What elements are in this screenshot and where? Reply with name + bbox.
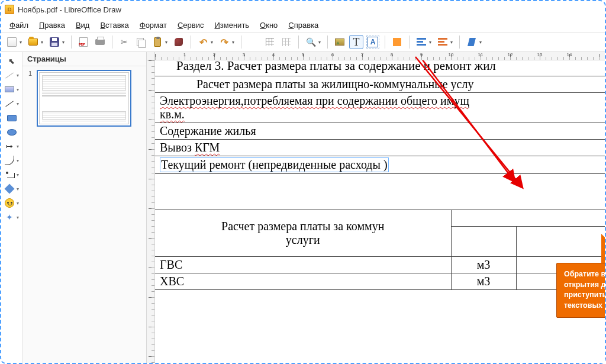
pointer-icon: ⬉ (8, 57, 15, 66)
menu-file[interactable]: Файл (5, 20, 33, 31)
helplines-button[interactable] (279, 35, 294, 49)
table-subtitle[interactable]: Расчет размера платы за жилищно-коммунал… (155, 76, 605, 93)
smiley-icon (5, 198, 14, 208)
print-button[interactable] (93, 35, 107, 49)
scissors-icon: ✂ (121, 38, 128, 46)
menu-tools[interactable]: Сервис (173, 20, 209, 31)
shadow-icon (393, 38, 401, 46)
fill-color-tool[interactable] (2, 83, 17, 96)
grid-dots-button[interactable] (246, 35, 260, 49)
page-thumbnail[interactable] (37, 70, 131, 127)
table-row[interactable]: Вывоз КГМ (155, 140, 605, 156)
zoom-button[interactable]: 🔍 (304, 35, 318, 49)
menu-format[interactable]: Формат (135, 20, 172, 31)
arrange-icon (438, 38, 447, 46)
shadow-button[interactable] (390, 35, 404, 49)
open-button[interactable] (26, 35, 40, 49)
table-row[interactable]: ХВС (155, 273, 451, 290)
titlebar: D Ноябрь.pdf - LibreOffice Draw (1, 1, 605, 18)
table-cell[interactable]: м3 (451, 257, 516, 273)
table-row-selected[interactable]: Текущий ремонт (непредвиденные расходы ) (155, 156, 605, 174)
pdf-icon (79, 37, 88, 47)
grid-dots-icon (249, 38, 257, 46)
cut-button[interactable]: ✂ (117, 35, 131, 49)
helplines-icon (282, 38, 291, 46)
callout-text: Обратите внимание, что сразу после откры… (556, 263, 605, 318)
fontwork-icon: A (368, 37, 378, 47)
basic-shapes-tool[interactable] (2, 182, 17, 195)
table-header[interactable]: индипотре (516, 227, 605, 257)
standard-toolbar: ▾ ▾ ▾ ✂ ▾ ↶▾ ↶▾ 🔍▾ T A ▾ ▾ ▾ (1, 32, 605, 52)
table-header[interactable] (451, 227, 516, 257)
table-header[interactable]: О (451, 210, 605, 227)
annotation-callout: Обратите внимание, что сразу после откры… (556, 253, 605, 318)
rectangle-tool[interactable] (5, 111, 19, 124)
stars-tool[interactable]: ✦ (2, 211, 17, 224)
horizontal-ruler[interactable]: 123 456 789 101112 1314 (155, 52, 605, 60)
symbol-shapes-tool[interactable] (2, 197, 17, 210)
save-button[interactable] (47, 35, 62, 49)
menu-modify[interactable]: Изменить (209, 20, 254, 31)
save-icon (50, 37, 59, 47)
copy-icon (137, 38, 145, 46)
text-icon: T (353, 36, 360, 49)
connector-tool[interactable] (2, 168, 17, 181)
clone-format-button[interactable] (172, 35, 186, 49)
grid-lines-icon (266, 38, 274, 46)
table-row[interactable]: Содержание жилья (155, 123, 605, 140)
line-thin-icon (5, 70, 14, 80)
menu-view[interactable]: Вид (71, 20, 95, 31)
folder-open-icon (28, 38, 38, 46)
dd[interactable]: ▾ (17, 73, 21, 78)
ellipse-tool[interactable] (5, 125, 19, 138)
line-color-tool[interactable] (2, 69, 17, 82)
export-pdf-button[interactable] (76, 35, 91, 49)
arrange-button[interactable] (436, 35, 450, 49)
page-thumb-number: 1 (28, 70, 32, 77)
line-icon (5, 99, 14, 108)
table-row[interactable]: ГВС (155, 257, 451, 273)
rectangle-icon (7, 115, 17, 121)
arrow-line-tool[interactable]: ↦ (2, 140, 17, 153)
curve-icon (5, 156, 14, 165)
paste-button[interactable] (150, 35, 165, 49)
fontwork-button[interactable]: A (366, 35, 380, 49)
new-icon (7, 37, 17, 47)
canvas-area: 123 456 789 101112 1314 Раздел 3. Расчет… (147, 52, 605, 363)
pages-panel: Страницы 1 (22, 52, 147, 363)
insert-text-button[interactable]: T (349, 35, 363, 49)
line-tool[interactable] (2, 97, 17, 110)
printer-icon (95, 39, 105, 45)
diamond-icon (4, 184, 14, 194)
snap-grid-button[interactable] (263, 35, 277, 49)
pages-panel-title: Страницы (22, 52, 146, 66)
cube-icon (468, 38, 476, 46)
insert-image-button[interactable] (333, 35, 347, 49)
curve-tool[interactable] (2, 154, 17, 167)
ellipse-icon (7, 129, 17, 136)
fill-icon (5, 86, 14, 92)
select-tool[interactable]: ⬉ (5, 54, 19, 67)
redo-icon: ↶ (221, 37, 228, 48)
new-button[interactable] (5, 35, 19, 49)
copy-button[interactable] (134, 35, 148, 49)
table-subtitle-2[interactable]: Расчет размера платы за коммунуслуги (155, 210, 451, 257)
align-objects-button[interactable] (414, 35, 428, 49)
table-cell[interactable]: м3 (451, 273, 516, 290)
menu-window[interactable]: Окно (255, 20, 282, 31)
table-row[interactable]: Электроэнергия,потребляемая при содержан… (155, 93, 605, 123)
window-title: Ноябрь.pdf - LibreOffice Draw (18, 5, 121, 14)
menu-insert[interactable]: Вставка (95, 20, 133, 31)
connector-icon (5, 170, 14, 179)
3d-effects-button[interactable] (465, 35, 479, 49)
menu-edit[interactable]: Правка (34, 20, 70, 31)
magnifier-icon: 🔍 (306, 38, 316, 46)
menu-help[interactable]: Справка (283, 20, 323, 31)
app-icon: D (5, 5, 14, 14)
vertical-ruler[interactable] (147, 60, 155, 363)
document-canvas[interactable]: Раздел 3. Расчет размера платы за содерж… (155, 60, 605, 363)
shape-toolbar: ⬉ ▾ ▾ ▾ ↦▾ ▾ ▾ ▾ ▾ ✦▾ (1, 52, 22, 363)
undo-button[interactable]: ↶ (196, 35, 210, 49)
redo-button[interactable]: ↶ (217, 35, 231, 49)
section-title[interactable]: Раздел 3. Расчет размера платы за содерж… (155, 60, 605, 76)
